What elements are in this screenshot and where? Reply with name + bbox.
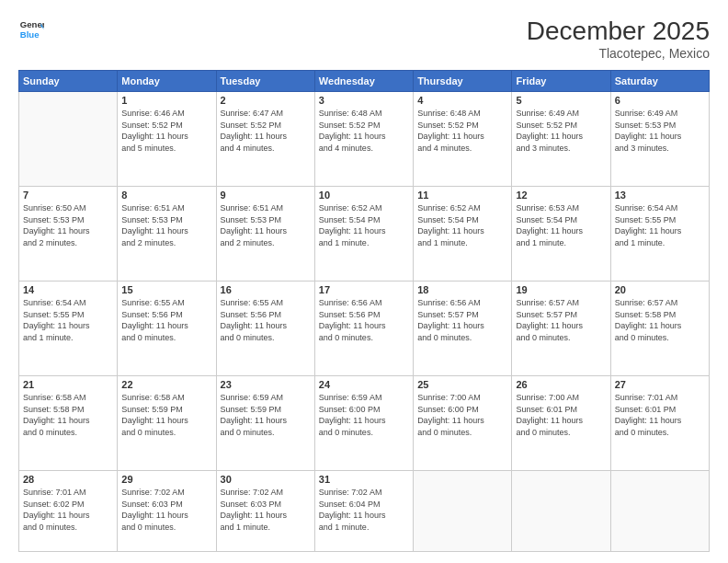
col-thursday: Thursday bbox=[414, 71, 512, 92]
day-info: Sunrise: 6:51 AM Sunset: 5:53 PM Dayligh… bbox=[221, 202, 311, 248]
day-number: 14 bbox=[23, 284, 113, 295]
day-number: 25 bbox=[417, 379, 507, 390]
day-number: 2 bbox=[221, 95, 311, 106]
table-row: 7Sunrise: 6:50 AM Sunset: 5:53 PM Daylig… bbox=[19, 187, 118, 282]
day-number: 16 bbox=[221, 284, 311, 295]
day-info: Sunrise: 7:02 AM Sunset: 6:03 PM Dayligh… bbox=[221, 487, 311, 533]
day-number: 29 bbox=[121, 474, 211, 485]
table-row: 26Sunrise: 7:00 AM Sunset: 6:01 PM Dayli… bbox=[512, 376, 610, 471]
day-info: Sunrise: 6:49 AM Sunset: 5:52 PM Dayligh… bbox=[516, 108, 606, 154]
day-info: Sunrise: 6:54 AM Sunset: 5:55 PM Dayligh… bbox=[615, 202, 705, 248]
day-number: 10 bbox=[319, 190, 409, 201]
day-number: 12 bbox=[516, 190, 606, 201]
table-row: 18Sunrise: 6:56 AM Sunset: 5:57 PM Dayli… bbox=[414, 282, 512, 376]
table-row: 12Sunrise: 6:53 AM Sunset: 5:54 PM Dayli… bbox=[512, 187, 610, 282]
day-info: Sunrise: 6:58 AM Sunset: 5:59 PM Dayligh… bbox=[121, 392, 211, 438]
day-number: 13 bbox=[615, 190, 705, 201]
day-number: 19 bbox=[516, 284, 606, 295]
day-number: 17 bbox=[319, 284, 409, 295]
table-row bbox=[512, 471, 610, 552]
table-row: 23Sunrise: 6:59 AM Sunset: 5:59 PM Dayli… bbox=[216, 376, 314, 471]
day-number: 20 bbox=[615, 284, 705, 295]
table-row: 10Sunrise: 6:52 AM Sunset: 5:54 PM Dayli… bbox=[314, 187, 413, 282]
subtitle: Tlacotepec, Mexico bbox=[527, 46, 710, 61]
day-info: Sunrise: 6:57 AM Sunset: 5:58 PM Dayligh… bbox=[615, 297, 705, 343]
table-row: 8Sunrise: 6:51 AM Sunset: 5:53 PM Daylig… bbox=[118, 187, 216, 282]
header: General Blue December 2025 Tlacotepec, M… bbox=[18, 17, 710, 61]
table-row: 5Sunrise: 6:49 AM Sunset: 5:52 PM Daylig… bbox=[512, 92, 610, 187]
table-row: 1Sunrise: 6:46 AM Sunset: 5:52 PM Daylig… bbox=[118, 92, 216, 187]
table-row: 19Sunrise: 6:57 AM Sunset: 5:57 PM Dayli… bbox=[512, 282, 610, 376]
svg-text:Blue: Blue bbox=[20, 29, 40, 40]
col-tuesday: Tuesday bbox=[216, 71, 314, 92]
logo: General Blue bbox=[18, 17, 44, 42]
col-monday: Monday bbox=[118, 71, 216, 92]
day-number: 31 bbox=[319, 474, 409, 485]
day-number: 5 bbox=[516, 95, 606, 106]
day-number: 3 bbox=[319, 95, 409, 106]
table-row bbox=[610, 471, 709, 552]
day-info: Sunrise: 6:53 AM Sunset: 5:54 PM Dayligh… bbox=[516, 202, 606, 248]
day-info: Sunrise: 6:59 AM Sunset: 5:59 PM Dayligh… bbox=[221, 392, 311, 438]
day-info: Sunrise: 6:54 AM Sunset: 5:55 PM Dayligh… bbox=[23, 297, 113, 343]
col-wednesday: Wednesday bbox=[314, 71, 413, 92]
table-row: 25Sunrise: 7:00 AM Sunset: 6:00 PM Dayli… bbox=[414, 376, 512, 471]
day-number: 11 bbox=[417, 190, 507, 201]
table-row: 14Sunrise: 6:54 AM Sunset: 5:55 PM Dayli… bbox=[19, 282, 118, 376]
day-info: Sunrise: 6:56 AM Sunset: 5:56 PM Dayligh… bbox=[319, 297, 409, 343]
day-info: Sunrise: 7:00 AM Sunset: 6:00 PM Dayligh… bbox=[417, 392, 507, 438]
day-info: Sunrise: 6:48 AM Sunset: 5:52 PM Dayligh… bbox=[417, 108, 507, 154]
col-friday: Friday bbox=[512, 71, 610, 92]
day-info: Sunrise: 7:00 AM Sunset: 6:01 PM Dayligh… bbox=[516, 392, 606, 438]
day-number: 7 bbox=[23, 190, 113, 201]
table-row bbox=[414, 471, 512, 552]
day-number: 24 bbox=[319, 379, 409, 390]
page: General Blue December 2025 Tlacotepec, M… bbox=[0, 0, 728, 563]
table-row: 4Sunrise: 6:48 AM Sunset: 5:52 PM Daylig… bbox=[414, 92, 512, 187]
day-number: 22 bbox=[121, 379, 211, 390]
day-number: 8 bbox=[121, 190, 211, 201]
day-number: 21 bbox=[23, 379, 113, 390]
table-row: 17Sunrise: 6:56 AM Sunset: 5:56 PM Dayli… bbox=[314, 282, 413, 376]
table-row: 9Sunrise: 6:51 AM Sunset: 5:53 PM Daylig… bbox=[216, 187, 314, 282]
table-row: 30Sunrise: 7:02 AM Sunset: 6:03 PM Dayli… bbox=[216, 471, 314, 552]
table-row: 31Sunrise: 7:02 AM Sunset: 6:04 PM Dayli… bbox=[314, 471, 413, 552]
day-info: Sunrise: 6:52 AM Sunset: 5:54 PM Dayligh… bbox=[319, 202, 409, 248]
main-title: December 2025 bbox=[527, 17, 710, 46]
table-row: 3Sunrise: 6:48 AM Sunset: 5:52 PM Daylig… bbox=[314, 92, 413, 187]
day-number: 1 bbox=[121, 95, 211, 106]
day-number: 15 bbox=[121, 284, 211, 295]
day-info: Sunrise: 6:58 AM Sunset: 5:58 PM Dayligh… bbox=[23, 392, 113, 438]
day-number: 9 bbox=[221, 190, 311, 201]
calendar-table: Sunday Monday Tuesday Wednesday Thursday… bbox=[18, 70, 710, 552]
table-row bbox=[19, 92, 118, 187]
svg-text:General: General bbox=[20, 19, 44, 29]
table-row: 24Sunrise: 6:59 AM Sunset: 6:00 PM Dayli… bbox=[314, 376, 413, 471]
table-row: 27Sunrise: 7:01 AM Sunset: 6:01 PM Dayli… bbox=[610, 376, 709, 471]
day-info: Sunrise: 7:02 AM Sunset: 6:04 PM Dayligh… bbox=[319, 487, 409, 533]
day-info: Sunrise: 6:51 AM Sunset: 5:53 PM Dayligh… bbox=[121, 202, 211, 248]
day-info: Sunrise: 6:52 AM Sunset: 5:54 PM Dayligh… bbox=[417, 202, 507, 248]
table-row: 11Sunrise: 6:52 AM Sunset: 5:54 PM Dayli… bbox=[414, 187, 512, 282]
day-info: Sunrise: 6:55 AM Sunset: 5:56 PM Dayligh… bbox=[121, 297, 211, 343]
table-row: 6Sunrise: 6:49 AM Sunset: 5:53 PM Daylig… bbox=[610, 92, 709, 187]
col-sunday: Sunday bbox=[19, 71, 118, 92]
table-row: 2Sunrise: 6:47 AM Sunset: 5:52 PM Daylig… bbox=[216, 92, 314, 187]
day-number: 23 bbox=[221, 379, 311, 390]
col-saturday: Saturday bbox=[610, 71, 709, 92]
day-number: 6 bbox=[615, 95, 705, 106]
table-row: 16Sunrise: 6:55 AM Sunset: 5:56 PM Dayli… bbox=[216, 282, 314, 376]
table-row: 22Sunrise: 6:58 AM Sunset: 5:59 PM Dayli… bbox=[118, 376, 216, 471]
day-info: Sunrise: 7:01 AM Sunset: 6:01 PM Dayligh… bbox=[615, 392, 705, 438]
day-info: Sunrise: 7:01 AM Sunset: 6:02 PM Dayligh… bbox=[23, 487, 113, 533]
day-info: Sunrise: 6:47 AM Sunset: 5:52 PM Dayligh… bbox=[221, 108, 311, 154]
day-number: 18 bbox=[417, 284, 507, 295]
day-info: Sunrise: 6:46 AM Sunset: 5:52 PM Dayligh… bbox=[121, 108, 211, 154]
day-number: 26 bbox=[516, 379, 606, 390]
table-row: 28Sunrise: 7:01 AM Sunset: 6:02 PM Dayli… bbox=[19, 471, 118, 552]
table-row: 21Sunrise: 6:58 AM Sunset: 5:58 PM Dayli… bbox=[19, 376, 118, 471]
day-number: 28 bbox=[23, 474, 113, 485]
table-row: 13Sunrise: 6:54 AM Sunset: 5:55 PM Dayli… bbox=[610, 187, 709, 282]
day-info: Sunrise: 6:59 AM Sunset: 6:00 PM Dayligh… bbox=[319, 392, 409, 438]
day-info: Sunrise: 7:02 AM Sunset: 6:03 PM Dayligh… bbox=[121, 487, 211, 533]
